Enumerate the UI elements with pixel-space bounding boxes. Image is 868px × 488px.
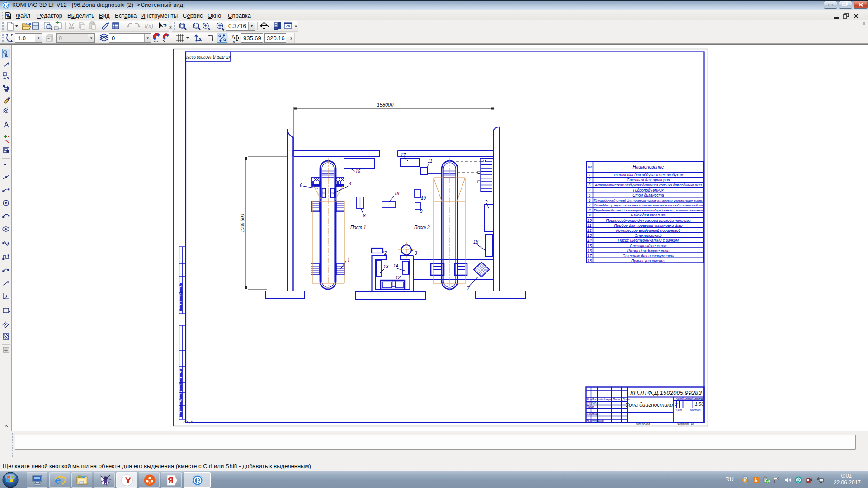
- svg-text:8: 8: [588, 208, 590, 212]
- svg-text:Стол диагноста: Стол диагноста: [632, 193, 664, 197]
- svg-text:11: 11: [587, 223, 591, 228]
- svg-text:Пост 2: Пост 2: [414, 225, 430, 230]
- svg-text:Пост 1: Пост 1: [350, 225, 366, 230]
- svg-text:Масса: Масса: [684, 397, 692, 400]
- svg-text:6: 6: [588, 198, 590, 202]
- svg-text:Установка для обдува колес воз: Установка для обдува колес воздухом: [613, 173, 684, 177]
- svg-text:Т.контр.: Т.контр.: [587, 412, 599, 416]
- svg-text:2: 2: [588, 178, 590, 182]
- svg-text:Насос шестеренчатый с бачком: Насос шестеренчатый с бачком: [618, 238, 679, 243]
- svg-text:КП.ЛТФ.Д.1502005.99283: КП.ЛТФ.Д.1502005.99283: [185, 55, 231, 60]
- svg-text:Подп.: Подп.: [613, 398, 621, 401]
- svg-text:Лист: Лист: [591, 398, 599, 401]
- svg-text:Лист: Лист: [674, 408, 682, 412]
- svg-text:Поз.: Поз.: [586, 165, 593, 169]
- svg-text:1:50: 1:50: [695, 402, 704, 407]
- svg-text:16: 16: [587, 249, 592, 253]
- svg-text:Слесарный верстак: Слесарный верстак: [630, 244, 667, 248]
- svg-text:1: 1: [588, 173, 590, 177]
- svg-text:Приспособление для замера расх: Приспособление для замера расхода топлив…: [606, 218, 691, 223]
- svg-text:Н.контр.: Н.контр.: [587, 419, 599, 422]
- svg-text:17: 17: [401, 153, 406, 158]
- svg-text:5: 5: [485, 198, 488, 203]
- svg-text:Площадочный стенд для проверки: Площадочный стенд для проверки узлов уст…: [594, 198, 703, 202]
- svg-text:3: 3: [588, 183, 590, 187]
- svg-text:Прибор для проверки установки: Прибор для проверки установки фар: [614, 223, 683, 228]
- svg-text:9: 9: [588, 213, 590, 217]
- svg-text:18: 18: [587, 258, 592, 263]
- svg-text:14: 14: [587, 238, 592, 243]
- svg-text:16: 16: [473, 239, 479, 244]
- svg-text:18: 18: [394, 191, 400, 196]
- svg-text:4: 4: [588, 188, 590, 192]
- svg-text:10: 10: [587, 218, 592, 223]
- svg-text:9: 9: [420, 209, 423, 214]
- svg-text:4: 4: [349, 181, 352, 186]
- svg-text:Дата: Дата: [622, 398, 630, 401]
- svg-text:Пров.: Пров.: [587, 405, 594, 408]
- svg-text:Подп. и дата Справ. №: Подп. и дата Справ. №: [179, 283, 182, 311]
- svg-text:Стенд для проверки тормозных и: Стенд для проверки тормозных и тягово-эк…: [594, 203, 703, 207]
- svg-text:Шкаф для документов: Шкаф для документов: [627, 249, 670, 253]
- svg-text:Электрошкаф: Электрошкаф: [635, 233, 662, 238]
- svg-text:А1: А1: [690, 422, 694, 426]
- svg-text:Автоматическая воздухораздаточ: Автоматическая воздухораздаточная колонк…: [594, 183, 702, 187]
- svg-text:Формат: Формат: [677, 422, 689, 426]
- svg-text:Бачок для топлива: Бачок для топлива: [631, 213, 666, 217]
- svg-text:17: 17: [587, 253, 592, 258]
- svg-text:6: 6: [300, 183, 302, 188]
- svg-text:15: 15: [355, 169, 361, 174]
- svg-text:Наименование: Наименование: [632, 164, 664, 169]
- svg-text:Стеллаж для инструмента: Стеллаж для инструмента: [623, 253, 674, 258]
- svg-text:Передвижной стенд для проверки: Передвижной стенд для проверки электрооб…: [594, 208, 703, 212]
- svg-text:Утв.: Утв.: [597, 419, 604, 422]
- svg-text:Зона диагностики: Зона диагностики: [626, 402, 673, 408]
- svg-text:№ докум.: № докум.: [599, 398, 612, 401]
- svg-text:Масштаб: Масштаб: [693, 397, 704, 400]
- svg-text:Лит.: Лит.: [675, 397, 683, 400]
- svg-text:КП.ЛТФ.Д.1502005.99283: КП.ЛТФ.Д.1502005.99283: [630, 389, 702, 396]
- svg-text:12: 12: [396, 275, 401, 280]
- svg-text:3: 3: [415, 251, 417, 256]
- svg-text:14: 14: [393, 263, 399, 268]
- svg-text:11: 11: [428, 159, 432, 164]
- svg-text:158000: 158000: [377, 102, 394, 108]
- svg-text:1006.500: 1006.500: [240, 214, 245, 233]
- svg-text:1: 1: [347, 258, 350, 263]
- svg-text:e: e: [55, 474, 61, 486]
- svg-text:8: 8: [363, 213, 366, 218]
- svg-text:15: 15: [587, 244, 592, 248]
- svg-text:Пульт управления: Пульт управления: [631, 258, 665, 263]
- svg-text:Листов: Листов: [689, 408, 701, 412]
- svg-text:Стеллаж для приборов: Стеллаж для приборов: [627, 178, 670, 182]
- svg-text:Компрессор воздушный поршневой: Компрессор воздушный поршневой: [616, 228, 681, 233]
- svg-text:7: 7: [467, 286, 470, 291]
- svg-text:12: 12: [587, 228, 592, 233]
- svg-text:13: 13: [587, 233, 592, 238]
- svg-text:Разраб.: Разраб.: [587, 401, 597, 405]
- svg-text:Гидроподъемник: Гидроподъемник: [633, 188, 664, 192]
- svg-text:13: 13: [383, 264, 389, 269]
- svg-text:Копировал: Копировал: [636, 422, 650, 426]
